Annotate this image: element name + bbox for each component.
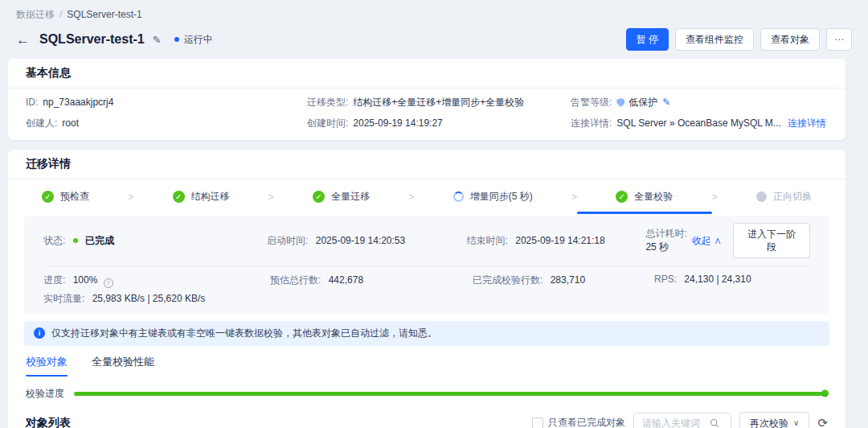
tab-verify-objects[interactable]: 校验对象 bbox=[26, 355, 68, 377]
migration-detail-card: 迁移详情 ✓ 预检查 > ✓ 结构迁移 > ✓ 全量迁移 > 增量同步(5 秒)… bbox=[8, 150, 845, 428]
migration-steps: ✓ 预检查 > ✓ 结构迁移 > ✓ 全量迁移 > 增量同步(5 秒) > ✓ … bbox=[8, 179, 845, 214]
field-migration-type: 迁移类型: 结构迁移+全量迁移+增量同步+全量校验 bbox=[307, 96, 571, 109]
done-status-dot bbox=[73, 238, 78, 243]
header-actions: 暂 停 查看组件监控 查看对象 ⋯ bbox=[626, 28, 852, 51]
status-label: 运行中 bbox=[184, 33, 213, 47]
search-input[interactable] bbox=[641, 417, 710, 428]
more-actions-button[interactable]: ⋯ bbox=[826, 28, 852, 51]
step-label: 结构迁移 bbox=[191, 190, 230, 204]
step-incremental-sync[interactable]: 增量同步(5 秒) bbox=[453, 190, 533, 214]
basic-info-title: 基本信息 bbox=[8, 59, 845, 88]
stat-rps: RPS: 24,130 | 24,310 bbox=[654, 274, 810, 285]
stat-verified-rows: 已完成校验行数: 283,710 bbox=[473, 274, 654, 287]
back-icon[interactable]: ← bbox=[16, 33, 30, 47]
collapse-link[interactable]: 收起 ∧ bbox=[692, 234, 722, 248]
stats-row-2: 进度: 100% ? 实时流量: 25,983 KB/s | 25,620 KB… bbox=[43, 265, 810, 314]
field-created-time: 创建时间: 2025-09-19 14:19:27 bbox=[307, 117, 571, 130]
stat-duration: 总计耗时: 25 秒 bbox=[645, 227, 691, 254]
object-list-header: 对象列表 只查看已完成对象 再次校验 ∨ ⟳ bbox=[26, 412, 828, 428]
step-label: 预检查 bbox=[60, 190, 89, 204]
object-list-title: 对象列表 bbox=[26, 416, 71, 428]
stat-status: 状态: 已完成 bbox=[43, 234, 267, 248]
verify-progress-bar bbox=[74, 392, 828, 396]
page-title: SQLServer-test-1 bbox=[39, 32, 145, 47]
edit-alert-level-icon[interactable]: ✎ bbox=[662, 96, 670, 109]
tab-full-verify-performance[interactable]: 全量校验性能 bbox=[92, 355, 154, 377]
check-circle-icon: ✓ bbox=[313, 191, 325, 203]
breadcrumb-parent[interactable]: 数据迁移 bbox=[16, 9, 55, 20]
breadcrumb-current: SQLServer-test-1 bbox=[67, 9, 141, 20]
basic-info-grid: ID: np_73aaakjpcrj4 迁移类型: 结构迁移+全量迁移+增量同步… bbox=[8, 88, 845, 140]
chevron-right-icon: > bbox=[712, 191, 718, 213]
stat-estimated-rows: 预估总行数: 442,678 bbox=[270, 274, 473, 287]
step-full-verification[interactable]: ✓ 全量校验 bbox=[616, 190, 673, 214]
step-label: 增量同步(5 秒) bbox=[470, 190, 533, 204]
migration-detail-title: 迁移详情 bbox=[8, 150, 845, 179]
breadcrumb-separator: / bbox=[59, 9, 62, 20]
verify-progress-row: 校验进度 bbox=[26, 387, 828, 401]
step-label: 全量迁移 bbox=[331, 190, 370, 204]
search-box bbox=[633, 413, 731, 428]
step-label: 正向切换 bbox=[773, 190, 812, 204]
field-connection: 连接详情: SQL Server » OceanBase MySQL M... … bbox=[571, 117, 828, 130]
stat-start-time: 启动时间: 2025-09-19 14:20:53 bbox=[267, 234, 466, 248]
chevron-right-icon: > bbox=[408, 191, 414, 213]
edit-title-icon[interactable]: ✎ bbox=[153, 34, 162, 46]
object-list-controls: 只查看已完成对象 再次校验 ∨ ⟳ bbox=[532, 412, 828, 428]
check-circle-icon: ✓ bbox=[616, 191, 628, 203]
notice-banner: i 仅支持迁移对象中有主键表或有非空唯一键表数据校验，其他表对象已自动过滤，请知… bbox=[24, 321, 829, 346]
component-monitor-button[interactable]: 查看组件监控 bbox=[675, 28, 754, 51]
next-stage-button[interactable]: 进入下一阶段 bbox=[733, 223, 810, 258]
step-schema-migration[interactable]: ✓ 结构迁移 bbox=[173, 190, 230, 214]
step-full-migration[interactable]: ✓ 全量迁移 bbox=[313, 190, 370, 214]
pending-circle-icon bbox=[756, 191, 767, 202]
stat-end-time: 结束时间: 2025-09-19 14:21:18 bbox=[467, 234, 646, 248]
loading-spinner-icon bbox=[453, 191, 464, 202]
check-circle-icon: ✓ bbox=[42, 191, 54, 203]
recheck-button[interactable]: 再次校验 ∨ bbox=[739, 412, 809, 428]
step-label: 全量校验 bbox=[634, 190, 673, 204]
stats-actions: 收起 ∧ 进入下一阶段 bbox=[692, 223, 810, 258]
chevron-right-icon: > bbox=[268, 191, 274, 213]
chevron-right-icon: > bbox=[128, 191, 133, 213]
alert-level-icon bbox=[616, 98, 624, 107]
chevron-down-icon: ∨ bbox=[793, 417, 799, 428]
verification-tabs: 校验对象 全量校验性能 bbox=[26, 355, 828, 377]
refresh-icon[interactable]: ⟳ bbox=[817, 417, 828, 428]
running-status-dot bbox=[174, 37, 179, 42]
pause-button[interactable]: 暂 停 bbox=[626, 28, 669, 51]
connection-detail-link[interactable]: 连接详情 bbox=[788, 117, 826, 130]
basic-info-card: 基本信息 ID: np_73aaakjpcrj4 迁移类型: 结构迁移+全量迁移… bbox=[8, 59, 845, 140]
checkbox-icon[interactable] bbox=[532, 418, 543, 428]
stats-row-1: 状态: 已完成 启动时间: 2025-09-19 14:20:53 结束时间: … bbox=[43, 216, 810, 265]
completed-only-checkbox[interactable]: 只查看已完成对象 bbox=[532, 416, 625, 428]
field-id: ID: np_73aaakjpcrj4 bbox=[26, 96, 307, 109]
stage-stats-panel: 状态: 已完成 启动时间: 2025-09-19 14:20:53 结束时间: … bbox=[24, 216, 829, 314]
field-alert-level: 告警等级: 低保护 ✎ bbox=[571, 96, 828, 109]
info-circle-icon: i bbox=[34, 327, 45, 339]
chevron-right-icon: > bbox=[571, 191, 577, 213]
stat-progress-flow: 进度: 100% ? 实时流量: 25,983 KB/s | 25,620 KB… bbox=[43, 274, 270, 306]
step-forward-switch[interactable]: 正向切换 bbox=[756, 190, 812, 214]
status-badge: 运行中 bbox=[174, 33, 213, 47]
checkbox-label: 只查看已完成对象 bbox=[548, 416, 625, 428]
step-precheck[interactable]: ✓ 预检查 bbox=[42, 190, 89, 214]
page-header: ← SQLServer-test-1 ✎ 运行中 暂 停 查看组件监控 查看对象… bbox=[0, 22, 868, 59]
progress-info-icon[interactable]: ? bbox=[104, 278, 113, 288]
notice-text: 仅支持迁移对象中有主键表或有非空唯一键表数据校验，其他表对象已自动过滤，请知悉。 bbox=[51, 327, 437, 340]
field-creator: 创建人: root bbox=[26, 117, 307, 130]
search-icon[interactable] bbox=[710, 418, 719, 428]
view-objects-button[interactable]: 查看对象 bbox=[760, 28, 820, 51]
check-circle-icon: ✓ bbox=[173, 191, 185, 203]
breadcrumb: 数据迁移/SQLServer-test-1 bbox=[0, 0, 868, 22]
verify-progress-label: 校验进度 bbox=[26, 387, 64, 401]
